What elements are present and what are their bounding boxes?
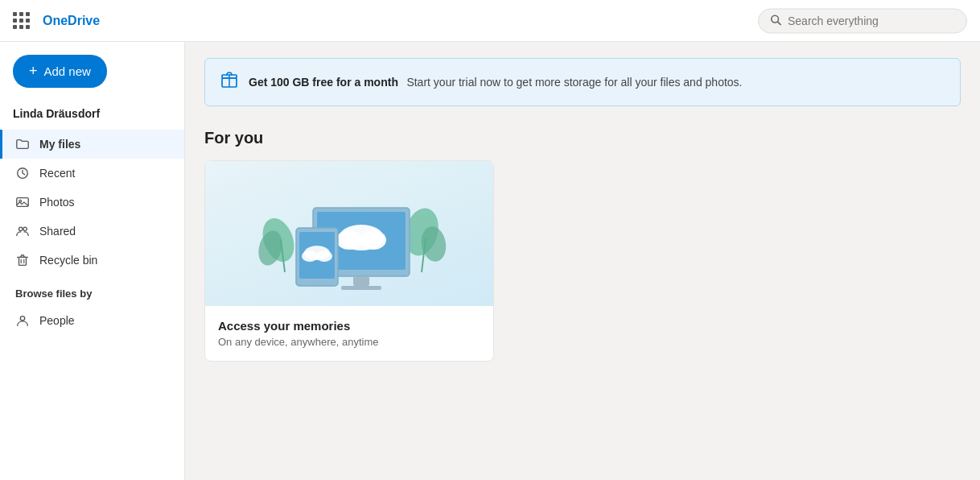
sidebar-item-shared[interactable]: Shared xyxy=(0,217,184,246)
clock-icon xyxy=(15,166,30,180)
layout: + Add new Linda Dräusdorf My files Recen… xyxy=(0,42,980,480)
sidebar-item-recent[interactable]: Recent xyxy=(0,159,184,188)
svg-rect-7 xyxy=(19,257,27,265)
svg-point-31 xyxy=(316,250,332,262)
sidebar-item-shared-label: Shared xyxy=(39,225,76,238)
sidebar-item-photos[interactable]: Photos xyxy=(0,188,184,217)
search-icon xyxy=(770,14,781,27)
svg-point-6 xyxy=(23,227,27,231)
shared-icon xyxy=(15,224,30,238)
sidebar-item-my-files-label: My files xyxy=(39,138,80,151)
folder-icon xyxy=(15,137,30,151)
add-new-button[interactable]: + Add new xyxy=(13,55,107,88)
svg-point-26 xyxy=(360,230,386,250)
sidebar-item-photos-label: Photos xyxy=(39,196,75,209)
memory-card[interactable]: Access your memories On any device, anyw… xyxy=(204,160,494,362)
recycle-bin-icon xyxy=(15,253,30,267)
svg-point-25 xyxy=(336,230,362,250)
add-new-label: Add new xyxy=(44,64,91,78)
sidebar-item-people[interactable]: People xyxy=(0,306,184,335)
plus-icon: + xyxy=(29,63,38,80)
search-box[interactable] xyxy=(758,8,967,33)
card-title: Access your memories xyxy=(218,319,480,333)
svg-point-5 xyxy=(19,227,23,231)
browse-files-header: Browse files by xyxy=(0,275,184,306)
card-content: Access your memories On any device, anyw… xyxy=(205,306,493,361)
sidebar-item-recycle-bin-label: Recycle bin xyxy=(39,254,97,267)
app-name: OneDrive xyxy=(43,14,100,28)
svg-rect-3 xyxy=(17,198,28,207)
sidebar: + Add new Linda Dräusdorf My files Recen… xyxy=(0,42,185,480)
promotion-banner[interactable]: Get 100 GB free for a month Start your t… xyxy=(204,58,961,106)
svg-point-11 xyxy=(20,317,24,321)
card-subtitle: On any device, anywhere, anytime xyxy=(218,336,480,348)
banner-bold-text: Get 100 GB free for a month xyxy=(249,76,398,89)
topbar: OneDrive xyxy=(0,0,980,42)
gift-icon xyxy=(220,70,239,94)
for-you-title: For you xyxy=(204,129,961,147)
svg-point-30 xyxy=(302,250,318,262)
card-image xyxy=(205,161,493,306)
sidebar-item-my-files[interactable]: My files xyxy=(0,130,184,159)
svg-rect-22 xyxy=(353,276,369,286)
sidebar-item-recent-label: Recent xyxy=(39,167,75,180)
sidebar-item-recycle-bin[interactable]: Recycle bin xyxy=(0,246,184,275)
main-content: Get 100 GB free for a month Start your t… xyxy=(185,42,980,480)
sidebar-item-people-label: People xyxy=(39,314,75,327)
search-input[interactable] xyxy=(788,14,955,27)
svg-rect-23 xyxy=(341,286,381,290)
svg-line-1 xyxy=(778,22,781,25)
image-icon xyxy=(15,195,30,209)
banner-description: Start your trial now to get more storage… xyxy=(406,76,742,89)
user-name: Linda Dräusdorf xyxy=(0,101,184,130)
person-icon xyxy=(15,313,30,328)
apps-grid-icon[interactable] xyxy=(13,12,30,29)
